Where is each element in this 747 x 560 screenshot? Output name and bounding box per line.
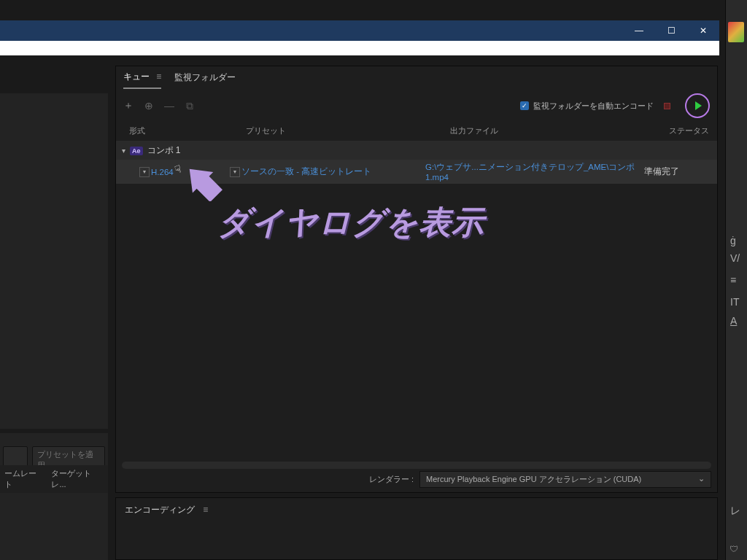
- job-row[interactable]: ▾ H.264 ▾ ソースの一致 - 高速ビットレート G:\ウェブサ...ニメ…: [116, 160, 717, 184]
- play-icon: [695, 101, 702, 110]
- horizontal-scrollbar[interactable]: [122, 462, 711, 469]
- left-tabs: ームレート ターゲットレ...: [0, 465, 108, 493]
- duplicate-icon: ⧉: [185, 100, 195, 112]
- tab-queue-label: キュー: [123, 71, 150, 82]
- renderer-value: Mercury Playback Engine GPU アクセラレーション (C…: [426, 474, 641, 485]
- queue-toolbar: ＋ ⊕ — ⧉ ✓ 監視フォルダーを自動エンコード: [116, 89, 717, 122]
- format-dropdown-icon[interactable]: ▾: [139, 167, 150, 177]
- maximize-button[interactable]: ☐: [655, 20, 687, 41]
- close-button[interactable]: ✕: [687, 20, 719, 41]
- chevron-down-icon[interactable]: ▾: [122, 147, 125, 155]
- panel-menu-icon[interactable]: ≡: [203, 505, 208, 515]
- auto-encode-toggle[interactable]: ✓ 監視フォルダーを自動エンコード: [520, 101, 654, 112]
- tab-watch-folder[interactable]: 監視フォルダー: [174, 71, 236, 88]
- tab-menu-icon[interactable]: ≡: [156, 71, 161, 82]
- minimize-button[interactable]: —: [623, 20, 655, 41]
- comp-row[interactable]: ▾ Ae コンポ 1: [116, 141, 717, 160]
- header-preset: プリセット: [246, 125, 450, 136]
- renderer-label: レンダラー :: [369, 474, 414, 485]
- target-tab[interactable]: ターゲットレ...: [47, 465, 108, 493]
- shield-icon: 🛡: [729, 544, 738, 554]
- lines-icon[interactable]: ≡: [730, 274, 736, 286]
- remove-icon: —: [164, 100, 174, 112]
- panel-tabs: キュー ≡ 監視フォルダー: [116, 66, 717, 89]
- renderer-select[interactable]: Mercury Playback Engine GPU アクセラレーション (C…: [419, 471, 711, 488]
- va-icon[interactable]: V/: [730, 252, 740, 264]
- right-sidebar: ġ V/ ≡ IT A レ: [725, 0, 747, 560]
- add-icon[interactable]: ＋: [123, 99, 133, 112]
- header-format: 形式: [129, 125, 246, 136]
- header-output: 出力ファイル: [450, 125, 669, 136]
- preset-dropdown-icon[interactable]: ▾: [230, 167, 240, 177]
- encoding-title: エンコーディング: [125, 505, 195, 515]
- menubar-placeholder: [0, 41, 719, 55]
- comp-name: コンポ 1: [147, 144, 181, 157]
- l-icon[interactable]: レ: [730, 505, 740, 518]
- add-comp-icon[interactable]: ⊕: [144, 100, 154, 112]
- stop-button[interactable]: [664, 103, 670, 109]
- auto-encode-label: 監視フォルダーを自動エンコード: [533, 101, 654, 112]
- status-text: 準備完了: [644, 166, 707, 177]
- framerate-tab[interactable]: ームレート: [0, 465, 47, 493]
- tab-queue[interactable]: キュー ≡: [123, 71, 161, 89]
- left-panel-top: [0, 93, 108, 429]
- header-status: ステータス: [669, 125, 732, 136]
- output-link[interactable]: G:\ウェブサ...ニメーション付きテロップ_AME\コンポ 1.mp4: [425, 162, 644, 182]
- encoding-panel: エンコーディング ≡: [115, 497, 718, 560]
- preset-link[interactable]: ソースの一致 - 高速ビットレート: [241, 166, 425, 177]
- renderer-bar: レンダラー : Mercury Playback Engine GPU アクセラ…: [122, 471, 711, 488]
- it-icon[interactable]: IT: [730, 296, 739, 308]
- underline-a-icon[interactable]: A: [730, 315, 737, 327]
- ae-badge: Ae: [130, 147, 143, 155]
- window-titlebar: — ☐ ✕: [0, 20, 719, 41]
- queue-header-row: 形式 プリセット 出力ファイル ステータス: [116, 122, 717, 141]
- text-tool-icon[interactable]: ġ: [730, 235, 736, 246]
- checkbox-checked-icon: ✓: [520, 101, 529, 110]
- start-queue-button[interactable]: [685, 93, 710, 118]
- queue-panel: キュー ≡ 監視フォルダー ＋ ⊕ — ⧉ ✓ 監視フォルダーを自動エンコード …: [115, 66, 718, 493]
- color-preview: [728, 22, 744, 42]
- format-link[interactable]: H.264: [151, 168, 230, 176]
- chevron-down-icon: ⌄: [698, 474, 705, 485]
